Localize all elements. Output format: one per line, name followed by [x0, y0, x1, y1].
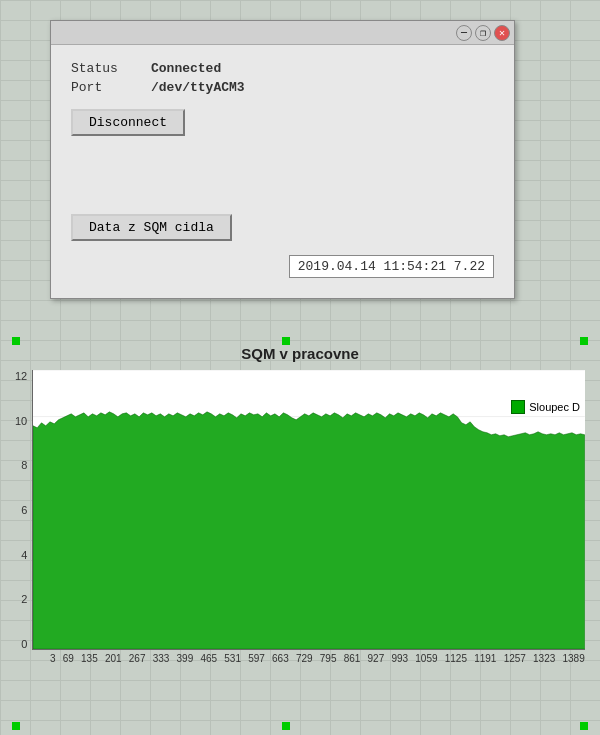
x-label-1323: 1323: [533, 653, 555, 664]
minimize-button[interactable]: —: [456, 25, 472, 41]
y-axis: 12 10 8 6 4 2 0: [15, 370, 32, 650]
main-dialog: — ❐ ✕ Status Connected Port /dev/ttyACM3…: [50, 20, 515, 299]
status-row: Status Connected: [71, 61, 494, 76]
chart-svg: [33, 370, 585, 649]
x-label-333: 333: [153, 653, 170, 664]
x-label-729: 729: [296, 653, 313, 664]
dialog-content: Status Connected Port /dev/ttyACM3 Disco…: [51, 45, 514, 298]
x-label-1191: 1191: [474, 653, 496, 664]
x-label-1059: 1059: [415, 653, 437, 664]
chart-container: SQM v pracovne 12 10 8 6 4 2 0: [15, 345, 585, 664]
green-dot-3: [580, 337, 588, 345]
x-label-267: 267: [129, 653, 146, 664]
status-value: Connected: [151, 61, 221, 76]
x-label-927: 927: [368, 653, 385, 664]
x-label-3: 3: [50, 653, 56, 664]
x-label-1389: 1389: [563, 653, 585, 664]
port-value: /dev/ttyACM3: [151, 80, 245, 95]
legend-color-box: [511, 400, 525, 414]
y-label-10: 10: [15, 415, 27, 427]
x-label-465: 465: [200, 653, 217, 664]
x-label-399: 399: [177, 653, 194, 664]
close-icon: ✕: [499, 27, 505, 39]
port-label: Port: [71, 80, 151, 95]
close-button[interactable]: ✕: [494, 25, 510, 41]
restore-icon: ❐: [480, 27, 486, 39]
x-label-1257: 1257: [504, 653, 526, 664]
data-sqm-button[interactable]: Data z SQM cidla: [71, 214, 232, 241]
green-dot-1: [12, 337, 20, 345]
x-label-1125: 1125: [445, 653, 467, 664]
chart-legend: Sloupec D: [511, 400, 580, 414]
x-label-135: 135: [81, 653, 98, 664]
x-label-201: 201: [105, 653, 122, 664]
y-label-4: 4: [21, 549, 27, 561]
x-label-531: 531: [224, 653, 241, 664]
y-label-0: 0: [21, 638, 27, 650]
x-label-795: 795: [320, 653, 337, 664]
legend-label: Sloupec D: [529, 401, 580, 413]
data-btn-row: Data z SQM cidla: [71, 206, 494, 241]
restore-button[interactable]: ❐: [475, 25, 491, 41]
x-label-663: 663: [272, 653, 289, 664]
chart-title: SQM v pracovne: [15, 345, 585, 362]
svg-marker-7: [33, 412, 585, 649]
port-row: Port /dev/ttyACM3: [71, 80, 494, 95]
x-label-69: 69: [63, 653, 74, 664]
dialog-titlebar: — ❐ ✕: [51, 21, 514, 45]
x-label-993: 993: [391, 653, 408, 664]
green-dot-4: [12, 722, 20, 730]
y-label-12: 12: [15, 370, 27, 382]
data-display: 2019.04.14 11:54:21 7.22: [71, 255, 494, 278]
status-label: Status: [71, 61, 151, 76]
y-label-8: 8: [21, 459, 27, 471]
x-label-597: 597: [248, 653, 265, 664]
chart-area: Sloupec D: [32, 370, 585, 650]
x-axis-labels: 3 69 135 201 267 333 399 465 531 597 663…: [15, 653, 585, 664]
x-label-861: 861: [344, 653, 361, 664]
green-dot-5: [282, 722, 290, 730]
minimize-icon: —: [461, 27, 467, 38]
y-label-6: 6: [21, 504, 27, 516]
data-field: 2019.04.14 11:54:21 7.22: [289, 255, 494, 278]
green-dot-2: [282, 337, 290, 345]
green-dot-6: [580, 722, 588, 730]
y-label-2: 2: [21, 593, 27, 605]
disconnect-button[interactable]: Disconnect: [71, 109, 185, 136]
